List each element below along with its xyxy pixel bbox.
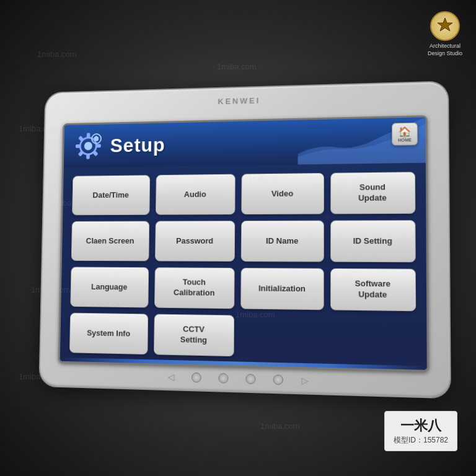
btn-cctv-setting[interactable]: CCTVSetting	[154, 314, 235, 357]
arrow-right[interactable]: ▷	[301, 376, 309, 384]
brand-label: KENWEI	[218, 96, 260, 106]
screen-content: Setup 🏠 HOME	[60, 117, 427, 370]
corner-logo: Architectural Design Studio	[428, 11, 462, 57]
bottom-badge: 一米八 模型ID：155782	[384, 411, 457, 451]
hw-btn-4[interactable]	[273, 374, 283, 385]
btn-initialization[interactable]: Initialization	[240, 268, 324, 310]
btn-sound-update[interactable]: SoundUpdate	[330, 172, 416, 214]
svg-rect-8	[78, 151, 84, 157]
screen-title: Setup	[110, 133, 165, 156]
svg-rect-4	[86, 154, 90, 159]
svg-rect-10	[92, 150, 99, 156]
home-button[interactable]: 🏠 HOME	[392, 123, 418, 146]
btn-password[interactable]: Password	[154, 221, 235, 262]
tablet-device: KENWEI	[40, 82, 449, 397]
logo-icon	[430, 11, 460, 41]
chinese-text: 一米八	[394, 416, 448, 435]
btn-system-info[interactable]: System Info	[69, 313, 148, 355]
arrow-left[interactable]: ◁	[167, 373, 175, 381]
screen-glow	[60, 358, 427, 370]
btn-touch-calibration[interactable]: TouchCalibration	[154, 267, 235, 309]
btn-audio[interactable]: Audio	[155, 174, 235, 215]
btn-id-name[interactable]: ID Name	[241, 221, 324, 262]
svg-rect-5	[76, 144, 81, 148]
watermark-9: 1miba.com	[260, 421, 300, 431]
svg-marker-0	[438, 18, 452, 31]
watermark-6: 1miba.com	[217, 62, 257, 71]
btn-id-setting[interactable]: ID Setting	[330, 220, 416, 262]
home-label: HOME	[398, 138, 412, 143]
screen-bezel: Setup 🏠 HOME	[58, 115, 429, 372]
svg-rect-6	[95, 144, 100, 148]
svg-point-2	[84, 142, 92, 151]
btn-software-update[interactable]: SoftwareUpdate	[330, 268, 416, 311]
hw-btn-2[interactable]	[218, 373, 228, 384]
hardware-buttons: ◁ ▷	[167, 372, 309, 386]
tablet-wrapper: KENWEI	[40, 82, 449, 397]
btn-datetime[interactable]: Date/Time	[72, 175, 150, 215]
screen-header: Setup 🏠 HOME	[64, 117, 426, 167]
buttons-grid: Date/Time Audio Video SoundUpdate Claen …	[60, 163, 427, 370]
svg-rect-9	[78, 136, 84, 142]
watermark-1: 1miba.com	[37, 50, 77, 59]
svg-rect-3	[87, 133, 90, 138]
model-id: 模型ID：155782	[394, 435, 448, 446]
hw-btn-3[interactable]	[245, 374, 255, 384]
btn-language[interactable]: Language	[70, 267, 148, 308]
gear-icon	[73, 130, 104, 162]
header-wave	[298, 117, 426, 164]
logo-text-line1: Architectural	[428, 43, 462, 50]
home-icon: 🏠	[398, 126, 411, 138]
logo-text-line2: Design Studio	[428, 50, 462, 58]
btn-video[interactable]: Video	[241, 173, 324, 214]
hw-btn-1[interactable]	[192, 372, 201, 383]
btn-claen-screen[interactable]: Claen Screen	[71, 221, 149, 262]
